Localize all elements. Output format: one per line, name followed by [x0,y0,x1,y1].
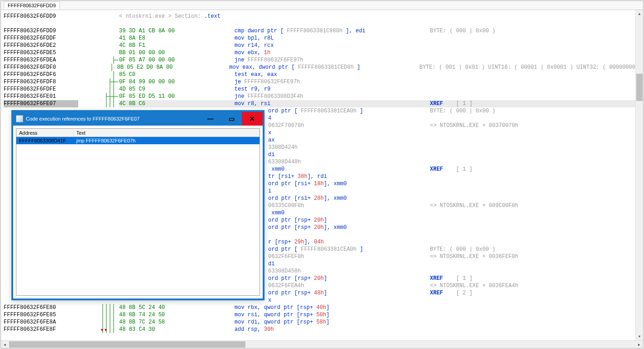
disasm-bytes: 4C 8B C6 [119,100,235,107]
tab-bar: FFFFF80632F6FDD9 [1,1,643,10]
disasm-row[interactable]: FFFFF80632F6FDF08B 05 E2 D0 8A 00mov eax… [4,64,635,71]
disasm-instruction: cmp dword ptr [ FFFFF8063381C980h ], edi [235,27,430,35]
disasm-comment [430,268,635,275]
scrollbar-thumb[interactable] [636,74,643,101]
disasm-bytes: BB 01 00 00 00 [119,49,235,56]
disasm-comment [430,115,635,122]
disasm-row[interactable]: FFFFF80632F6FDF80F 84 99 00 00 00je FFFF… [4,78,635,86]
disasm-comment [430,326,635,333]
disasm-address: FFFFF80632F6FDF8 [4,78,78,86]
control-flow-graph [78,78,119,86]
xref-col-address[interactable]: Address [16,130,74,136]
disasm-comment [430,180,635,187]
disasm-bytes [119,20,235,27]
disasm-address: FFFFF80632F6FDEA [4,56,78,64]
disasm-address [4,20,78,27]
disasm-instruction [235,20,430,27]
control-flow-graph [78,49,119,56]
scrollbar-thumb[interactable] [9,341,245,348]
disasm-bytes: 48 8B 5C 24 40 [119,304,235,311]
disasm-address: FFFFF80632F6FE8F [4,326,78,333]
disasm-row[interactable] [4,20,635,27]
tab-address[interactable]: FFFFF80632F6FDD9 [4,1,60,9]
control-flow-graph [78,304,119,311]
disasm-comment [430,231,635,238]
maximize-button[interactable]: ▭ [221,112,242,126]
control-flow-graph [78,86,119,93]
xref-col-text[interactable]: Text [74,130,260,136]
disasm-comment: BYTE: ( 000 | 0x00 ) [430,107,635,115]
disasm-bytes: 0F 84 99 00 00 00 [119,78,235,86]
disasm-comment [430,260,635,268]
minimize-button[interactable]: — [200,112,221,126]
control-flow-graph [78,100,119,107]
control-flow-graph [78,27,119,35]
disasm-comment: BYTE: ( 000 | 0x00 ) [430,27,635,35]
disasm-address: FFFFF80632F6FDDF [4,35,78,42]
xref-window[interactable]: Code execution references to FFFFF80632F… [11,110,265,300]
control-flow-graph: ▼▼ [78,326,119,333]
disasm-address: FFFFF80632F6FE85 [4,311,78,319]
disasm-row[interactable]: FFFFF80632F6FE8A48 8B 7C 24 58mov rdi, q… [4,319,635,326]
vertical-scrollbar[interactable]: ▲ ▼ [635,10,643,340]
disasm-comment: BYTE: ( 000 | 0x00 ) [430,246,635,253]
disasm-instruction: mov r14, rcx [235,42,430,49]
disasm-row[interactable]: FFFFF80632F6FDE5BB 01 00 00 00mov ebx, 1… [4,49,635,56]
disasm-row[interactable]: FFFFF80632F6FDDF41 8A E8mov bpl, r8L [4,35,635,42]
disasm-comment [430,304,635,311]
disasm-comment [430,93,635,100]
control-flow-graph [78,20,119,27]
disasm-address: FFFFF80632F6FDF0 [4,64,76,71]
disasm-row[interactable]: FFFFF80632F6FDEA0F 85 A7 00 00 00jne FFF… [4,56,635,64]
disasm-bytes: 8B 05 E2 D0 8A 00 [117,64,230,71]
app-icon [16,115,23,122]
disasm-row[interactable]: FFFFF80632F6FDD9< ntoskrnl.exe > Section… [4,13,635,20]
disasm-comment: BYTE: ( 001 | 0x01 ) UINT16: ( 00001 | 0… [419,64,635,71]
disasm-row[interactable]: FFFFF80632F6FE8048 8B 5C 24 40mov rbx, q… [4,304,635,311]
disasm-comment [430,71,635,78]
disasm-instruction: mov rdi, qword ptr [rsp+ 58h] [235,319,430,326]
disasm-bytes: 0F 85 ED D5 11 00 [119,93,235,100]
disasm-comment [430,129,635,137]
xref-row[interactable]: FFFFF8063308D41F jmp FFFFF80632F6FE07h [16,137,260,144]
disasm-instruction: mov rsi, qword ptr [rsp+ 50h] [235,311,430,319]
xref-columns-header: Address Text [16,129,260,137]
disasm-comment [430,20,635,27]
breadcrumb [235,13,430,20]
disasm-instruction: jne FFFFF8063308D3F4h [235,93,430,100]
disasm-comment [430,49,635,56]
disasm-address: FFFFF80632F6FE80 [4,304,78,311]
disasm-comment: => NTOSKRNL.EXE + 0036FEF0h [430,253,635,260]
disasm-row[interactable]: FFFFF80632F6FDF685 C0test eax, eax [4,71,635,78]
disasm-row[interactable]: FFFFF80632F6FDFE4D 85 C9test r9, r9 [4,86,635,93]
control-flow-graph [78,311,119,319]
disasm-comment [430,173,635,180]
xref-window-titlebar[interactable]: Code execution references to FFFFF80632F… [13,112,263,126]
disasm-bytes: 0F 85 A7 00 00 00 [119,56,235,64]
disasm-address: FFFFF80632F6FDD9 [4,27,78,35]
disasm-bytes: 39 3D A1 CB 8A 00 [119,27,235,35]
disasm-address: FFFFF80632F6FDE5 [4,49,78,56]
disasm-comment [430,209,635,217]
disasm-row[interactable]: FFFFF80632F6FE010F 85 ED D5 11 00jne FFF… [4,93,635,100]
disasm-row[interactable]: FFFFF80632F6FE8548 8B 74 24 50mov rsi, q… [4,311,635,319]
disasm-address: FFFFF80632F6FDF6 [4,71,78,78]
disasm-bytes: 48 8B 74 24 50 [119,311,235,319]
disasm-instruction: mov ebx, 1h [235,49,430,56]
close-button[interactable]: ✕ [242,112,263,126]
disasm-instruction: test r9, r9 [235,86,430,93]
disasm-row[interactable]: FFFFF80632F6FE074C 8B C6mov r8, rsiXREF … [4,100,635,107]
disasm-comment [430,217,635,224]
xref-row-text: jmp FFFFF80632F6FE07h [74,138,260,143]
disasm-row[interactable]: FFFFF80632F6FDE24C 8B F1mov r14, rcx [4,42,635,49]
disasm-row[interactable]: FFFFF80632F6FE8F▼▼48 83 C4 30add rsp, 30… [4,326,635,333]
disasm-comment [430,238,635,246]
disasm-comment [430,13,635,20]
disasm-comment [430,311,635,319]
disasm-comment: => NTOSKRNL.EXE + 0036FEA4h [430,282,635,289]
disasm-row[interactable]: FFFFF80632F6FDD939 3D A1 CB 8A 00cmp dwo… [4,27,635,35]
disasm-comment: XREF [ 1 ] [430,100,635,107]
disasm-comment [430,158,635,166]
horizontal-scrollbar[interactable]: ◀ ▶ [1,340,643,348]
disasm-comment [430,195,635,202]
